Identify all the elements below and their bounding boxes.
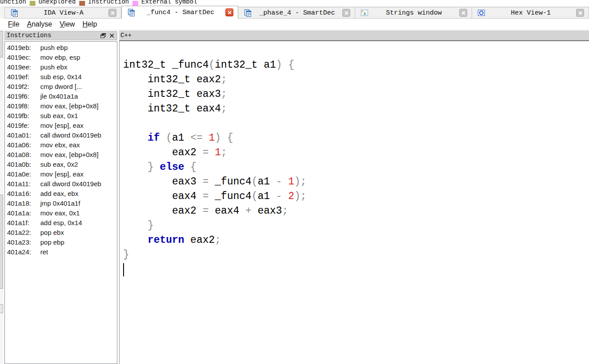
tab-ida-view-a[interactable]: IDA View-A (4, 7, 121, 19)
code-token: eax4 (215, 205, 245, 217)
close-icon (345, 11, 349, 15)
code-token: - (276, 191, 288, 202)
legend-bar: unctionunexploredInstructionExternal sym… (0, 0, 589, 6)
instruction-row[interactable]: 401a11:call dword 0x4019eb (7, 179, 117, 189)
instruction-row[interactable]: 401a18:jmp 0x401a1f (7, 199, 117, 208)
code-token: return (147, 234, 184, 246)
tab-label: _phase_4 - SmartDec (252, 9, 342, 17)
instruction-row[interactable]: 401a08:mov eax, [ebp+0x8] (7, 150, 117, 160)
instruction-row[interactable]: 4019fe:mov [esp], eax (7, 121, 117, 130)
instruction-row[interactable]: 401a16:add eax, ebx (7, 189, 117, 199)
instruction-text: mov [esp], eax (40, 122, 84, 129)
code-editor[interactable]: int32_t _func4(int32_t a1) { int32_t eax… (119, 40, 589, 364)
instruction-text: push ebp (40, 44, 68, 51)
instruction-row[interactable]: 401a1f:add esp, 0x14 (7, 218, 117, 228)
tab-func4-smartdec[interactable]: _func4 - SmartDec (121, 6, 238, 19)
code-token (123, 132, 147, 144)
instruction-address: 401a08: (7, 150, 40, 160)
code-line: int32_t eax4; (123, 102, 589, 116)
instruction-text: sub esp, 0x14 (40, 73, 81, 80)
code-line: } else { (123, 160, 589, 175)
code-line: if (a1 <= 1) { (123, 131, 589, 146)
decompiler-panel: C++ int32_t _func4(int32_t a1) { int32_t… (119, 30, 589, 364)
instruction-text: sub eax, 0x1 (40, 112, 78, 119)
code-token: { (184, 161, 197, 173)
instruction-address: 4019fb: (7, 111, 40, 121)
tab-close-button[interactable] (108, 9, 116, 17)
code-token: = (202, 147, 215, 158)
instruction-row[interactable]: 401a0e:mov [esp], eax (7, 169, 117, 179)
tab-strings-window[interactable]: sStrings window (355, 7, 472, 19)
instruction-row[interactable]: 4019ef:sub esp, 0x14 (7, 72, 117, 82)
code-line: eax4 = _func4(a1 - 2); (123, 189, 589, 204)
tab-close-button[interactable] (342, 9, 350, 17)
tab-label: IDA View-A (19, 9, 108, 17)
instruction-row[interactable]: 401a24:ret (7, 247, 117, 257)
instruction-text: mov eax, 0x1 (40, 209, 80, 217)
code-token: ( (209, 59, 215, 71)
tab-hex-view-1[interactable]: Hex View-1 (472, 7, 589, 19)
instruction-row[interactable]: 401a23:pop ebp (7, 238, 117, 247)
close-icon (109, 33, 114, 38)
tab-close-button[interactable] (459, 9, 467, 17)
code-token: _func4 (215, 176, 252, 188)
code-line: int32_t eax3; (123, 87, 589, 102)
instruction-row[interactable]: 4019fb:sub eax, 0x1 (7, 111, 117, 121)
code-token: ; (221, 147, 227, 158)
code-line: } (123, 218, 589, 233)
code-token: ; (282, 205, 288, 217)
instruction-address: 4019ef: (7, 72, 40, 82)
code-token: ( (252, 191, 258, 202)
code-line: eax3 = _func4(a1 - 1); (123, 175, 589, 189)
instruction-text: pop ebp (40, 238, 64, 246)
dock-strip-segment[interactable] (0, 304, 3, 313)
code-language-tab[interactable]: C++ (119, 30, 589, 40)
instruction-text: push ebx (40, 63, 67, 71)
instruction-row[interactable]: 401a0b:sub eax, 0x2 (7, 160, 117, 169)
instruction-row[interactable]: 401a22:pop ebx (7, 228, 117, 238)
code-token: <= (190, 132, 209, 144)
code-line: int32_t _func4(int32_t a1) { (123, 58, 589, 73)
code-token: a1 (258, 176, 276, 188)
tab-close-button[interactable] (576, 9, 584, 17)
dock-strip-segment[interactable] (0, 31, 3, 57)
tab-label: Strings window (368, 9, 459, 17)
instructions-list[interactable]: 4019eb:push ebp4019ec:mov ebp, esp4019ee… (4, 41, 117, 364)
instructions-panel-titlebar[interactable]: Instructions (4, 31, 117, 40)
code-token: 1 (209, 132, 215, 144)
tab-close-button[interactable] (225, 8, 233, 16)
menu-item-view[interactable]: View (60, 20, 75, 28)
instruction-row[interactable]: 4019eb:push ebp (7, 43, 117, 53)
float-panel-button[interactable] (100, 32, 107, 39)
code-token: 2 (288, 191, 294, 202)
tab-phase-4-smartdec[interactable]: _phase_4 - SmartDec (238, 7, 355, 19)
dock-strip-segment[interactable] (0, 195, 3, 289)
menu-item-analyse[interactable]: Analyse (27, 20, 52, 28)
float-icon (101, 33, 106, 38)
instruction-text: call dword 0x4019eb (40, 131, 101, 139)
instruction-text: add esp, 0x14 (40, 219, 82, 226)
instruction-row[interactable]: 4019ec:mov ebp, esp (7, 53, 117, 62)
menu-item-help[interactable]: Help (82, 20, 97, 28)
code-line (123, 116, 589, 131)
instruction-address: 401a0e: (7, 169, 40, 179)
instruction-row[interactable]: 4019f2:cmp dword [... (7, 82, 117, 92)
close-icon (578, 11, 582, 15)
legend-label: External symbol (141, 0, 197, 5)
close-icon (228, 11, 232, 15)
instruction-address: 4019f2: (7, 82, 40, 92)
close-panel-button[interactable] (108, 32, 115, 39)
instruction-row[interactable]: 401a01:call dword 0x4019eb (7, 130, 117, 140)
instruction-address: 4019ec: (7, 53, 40, 62)
code-token: a1 (172, 132, 190, 144)
code-token: = (202, 205, 215, 217)
instructions-panel-title: Instructions (7, 32, 98, 39)
legend-item: unction (0, 0, 26, 5)
instruction-row[interactable]: 4019f8:mov eax, [ebp+0x8] (7, 101, 117, 111)
instruction-row[interactable]: 4019ee:push ebx (7, 62, 117, 72)
instruction-row[interactable]: 401a06:mov ebx, eax (7, 140, 117, 150)
menu-item-file[interactable]: File (8, 20, 19, 28)
instruction-row[interactable]: 401a1a:mov eax, 0x1 (7, 208, 117, 218)
instruction-row[interactable]: 4019f6:jle 0x401a1a (7, 92, 117, 101)
tab-bar: IDA View-A_func4 - SmartDec_phase_4 - Sm… (0, 6, 589, 19)
